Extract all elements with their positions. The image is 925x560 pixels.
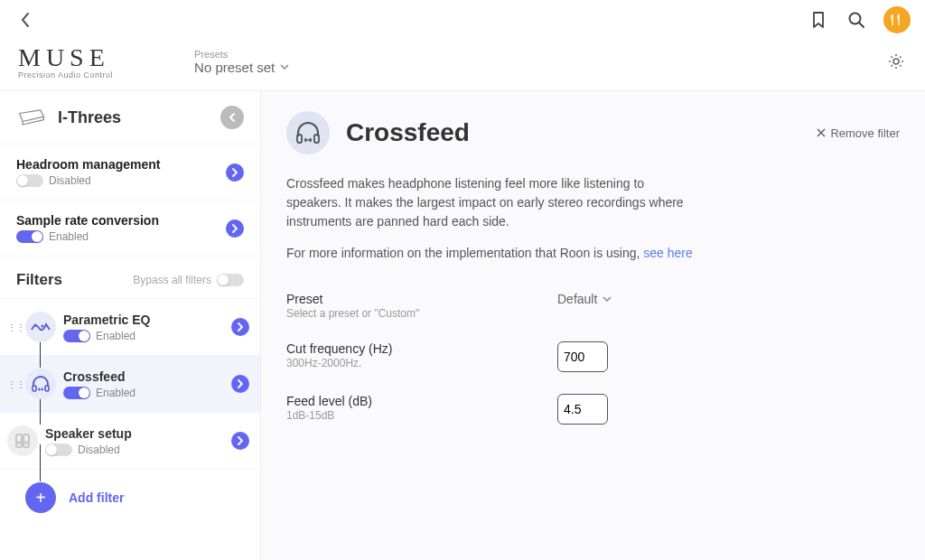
drag-handle-icon[interactable]: ⋮⋮ — [7, 379, 18, 389]
add-filter-label: Add filter — [69, 490, 124, 505]
back-button[interactable] — [14, 9, 36, 31]
param-feed-level: Feed level (dB) 1dB-15dB — [286, 378, 883, 430]
setting-headroom[interactable]: Headroom management Disabled — [0, 144, 260, 200]
description-text: Crossfeed makes headphone listening feel… — [286, 174, 702, 231]
chevron-down-icon — [603, 296, 612, 302]
chevron-right-icon — [226, 219, 244, 238]
svg-point-8 — [18, 442, 21, 444]
svg-rect-4 — [33, 386, 36, 391]
svg-point-0 — [850, 14, 861, 24]
filter-status: Disabled — [78, 443, 120, 456]
cut-label: Cut frequency (Hz) — [286, 341, 557, 356]
svg-point-2 — [34, 324, 37, 327]
feed-sub: 1dB-15dB — [286, 409, 557, 422]
page-title: Crossfeed — [346, 118, 799, 147]
setting-sample-rate[interactable]: Sample rate conversion Enabled — [0, 200, 260, 256]
bypass-toggle[interactable] — [217, 274, 244, 286]
see-here-link[interactable]: see here — [643, 246, 692, 260]
filter-toggle[interactable] — [45, 443, 72, 456]
drag-handle-icon[interactable]: ⋮⋮ — [7, 322, 18, 332]
setting-title: Sample rate conversion — [16, 213, 226, 228]
filter-toggle[interactable] — [63, 387, 90, 399]
chevron-down-icon — [280, 64, 289, 70]
speakers-icon — [7, 425, 38, 456]
svg-point-1 — [893, 59, 899, 64]
svg-rect-11 — [314, 135, 319, 143]
preset-sub: Select a preset or "Custom" — [286, 307, 557, 320]
chevron-right-icon — [226, 163, 244, 182]
filter-name: Parametric EQ — [63, 313, 224, 327]
device-icon — [16, 108, 47, 126]
device-header: I-Threes — [0, 91, 260, 144]
presets-dropdown[interactable]: Presets No preset set — [194, 49, 289, 75]
headphones-icon — [286, 111, 330, 154]
preset-value: Default — [557, 292, 597, 306]
filter-status: Enabled — [96, 330, 135, 342]
filter-name: Crossfeed — [63, 369, 224, 384]
bookmark-icon[interactable] — [808, 9, 829, 31]
cut-sub: 300Hz-2000Hz. — [286, 357, 557, 369]
presets-label: Presets — [194, 49, 289, 60]
profile-avatar[interactable] — [883, 6, 911, 33]
settings-gear-icon[interactable] — [885, 51, 907, 72]
plus-icon: + — [25, 482, 56, 513]
svg-rect-10 — [297, 135, 302, 143]
svg-point-9 — [25, 442, 28, 444]
headphones-icon — [25, 369, 56, 399]
device-name: I-Threes — [58, 108, 210, 127]
filters-header: Filters Bypass all filters — [0, 256, 260, 298]
preset-dropdown[interactable]: Default — [557, 292, 612, 306]
main-content: Crossfeed Remove filter Crossfeed makes … — [261, 91, 925, 560]
src-status: Enabled — [49, 230, 89, 243]
headroom-status: Disabled — [49, 174, 91, 187]
filter-name: Speaker setup — [45, 426, 224, 441]
chevron-right-icon — [231, 432, 249, 450]
param-preset: Preset Select a preset or "Custom" Defau… — [286, 275, 883, 325]
remove-filter-button[interactable]: Remove filter — [816, 126, 900, 140]
preset-label: Preset — [286, 292, 557, 306]
feed-level-input[interactable] — [557, 394, 608, 425]
filters-heading: Filters — [16, 271, 133, 289]
svg-point-3 — [42, 325, 44, 328]
remove-filter-label: Remove filter — [830, 126, 900, 140]
filter-toggle[interactable] — [63, 330, 90, 342]
presets-value: No preset set — [194, 60, 275, 75]
sidebar: I-Threes Headroom management Disabled Sa… — [0, 91, 261, 560]
more-info-text: For more information on the implementati… — [286, 244, 702, 263]
chevron-right-icon — [231, 318, 249, 336]
feed-label: Feed level (dB) — [286, 394, 557, 408]
cut-frequency-input[interactable] — [557, 341, 608, 372]
filter-status: Enabled — [96, 387, 135, 399]
param-cut-frequency: Cut frequency (Hz) 300Hz-2000Hz. — [286, 325, 883, 378]
collapse-button[interactable] — [220, 106, 244, 129]
close-icon — [816, 127, 827, 138]
svg-rect-5 — [45, 386, 49, 391]
chevron-right-icon — [231, 375, 249, 393]
setting-title: Headroom management — [16, 157, 226, 172]
src-toggle[interactable] — [16, 230, 43, 243]
search-icon[interactable] — [846, 9, 867, 31]
logo: MUSE Precision Audio Control — [18, 43, 113, 79]
bypass-label: Bypass all filters — [133, 274, 211, 286]
logo-title: MUSE — [18, 43, 113, 72]
headroom-toggle[interactable] — [16, 174, 43, 187]
wave-icon — [25, 312, 56, 342]
logo-subtitle: Precision Audio Control — [18, 70, 113, 79]
